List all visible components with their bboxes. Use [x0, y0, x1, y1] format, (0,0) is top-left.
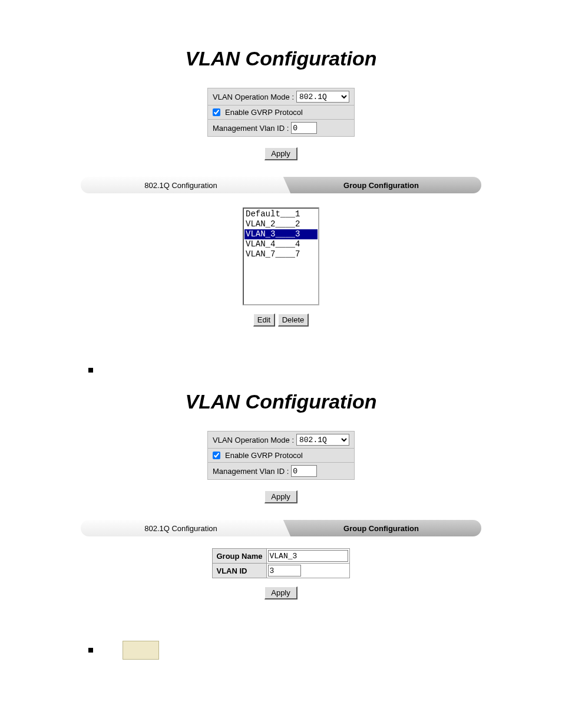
tab-bar: 802.1Q Configuration Group Configuration — [81, 177, 481, 193]
apply-button[interactable]: Apply — [265, 587, 297, 599]
operation-mode-label: VLAN Operation Mode : — [213, 436, 294, 444]
operation-mode-select[interactable]: 802.1Q — [296, 91, 349, 103]
apply-button[interactable]: Apply — [265, 490, 297, 503]
tab-8021q-configuration[interactable]: 802.1Q Configuration — [81, 520, 281, 536]
vlan-listbox[interactable]: Default___1VLAN_2____2VLAN_3____3VLAN_4_… — [243, 207, 319, 305]
vlan-id-label: VLAN ID — [216, 566, 247, 575]
page-title: VLAN Configuration — [0, 47, 562, 70]
color-swatch — [123, 641, 159, 660]
enable-gvrp-checkbox[interactable] — [213, 452, 220, 459]
list-item[interactable]: VLAN_3____3 — [244, 229, 318, 239]
delete-button[interactable]: Delete — [278, 314, 309, 327]
enable-gvrp-label: Enable GVRP Protocol — [225, 108, 303, 117]
page-title: VLAN Configuration — [0, 390, 562, 413]
tab-group-configuration[interactable]: Group Configuration — [281, 177, 481, 193]
settings-panel: VLAN Operation Mode : 802.1Q Enable GVRP… — [207, 431, 355, 480]
edit-button[interactable]: Edit — [253, 314, 275, 327]
group-edit-table: Group Name VLAN ID — [212, 548, 349, 578]
mgmt-vlan-label: Management Vlan ID : — [213, 124, 289, 133]
enable-gvrp-checkbox[interactable] — [213, 108, 220, 116]
vlan-id-input[interactable] — [268, 565, 301, 577]
bullet-marker — [88, 648, 93, 653]
list-item[interactable]: VLAN_2____2 — [244, 219, 318, 229]
group-name-input[interactable] — [268, 550, 348, 562]
tab-group-configuration[interactable]: Group Configuration — [281, 520, 481, 536]
mgmt-vlan-label: Management Vlan ID : — [213, 467, 289, 476]
operation-mode-select[interactable]: 802.1Q — [296, 434, 349, 446]
list-item[interactable]: VLAN_7____7 — [244, 249, 318, 259]
list-item[interactable]: VLAN_4____4 — [244, 239, 318, 249]
operation-mode-label: VLAN Operation Mode : — [213, 93, 294, 101]
list-item[interactable]: Default___1 — [244, 209, 318, 219]
tab-bar: 802.1Q Configuration Group Configuration — [81, 520, 481, 536]
bullet-marker — [88, 368, 93, 373]
group-name-label: Group Name — [216, 552, 262, 561]
tab-8021q-configuration[interactable]: 802.1Q Configuration — [81, 177, 281, 193]
mgmt-vlan-input[interactable] — [291, 122, 317, 134]
apply-button[interactable]: Apply — [265, 147, 297, 160]
vlan-config-section-1: VLAN Configuration VLAN Operation Mode :… — [0, 47, 562, 327]
mgmt-vlan-input[interactable] — [291, 465, 317, 477]
vlan-config-section-2: VLAN Configuration VLAN Operation Mode :… — [0, 390, 562, 599]
settings-panel: VLAN Operation Mode : 802.1Q Enable GVRP… — [207, 88, 355, 137]
enable-gvrp-label: Enable GVRP Protocol — [225, 451, 303, 460]
